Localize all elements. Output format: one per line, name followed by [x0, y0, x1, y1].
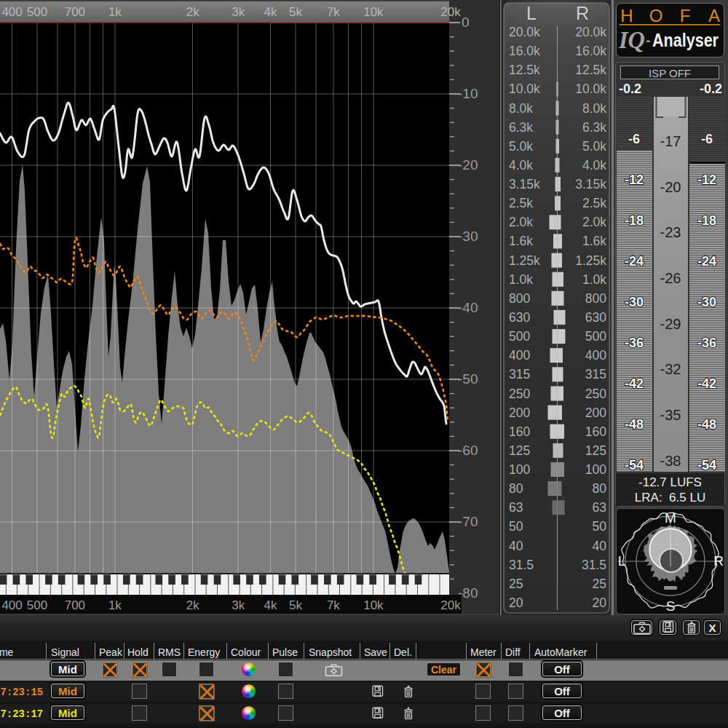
- svg-text:500: 500: [27, 5, 47, 19]
- svg-text:-50: -50: [458, 371, 478, 387]
- svg-text:-60: -60: [458, 443, 478, 458]
- svg-text:5.0k: 5.0k: [509, 139, 533, 154]
- svg-text:5.0k: 5.0k: [582, 139, 606, 154]
- svg-text:1.6k: 1.6k: [582, 234, 606, 248]
- svg-text:630: 630: [509, 310, 530, 325]
- svg-text:200: 200: [585, 405, 606, 420]
- svg-text:L: L: [526, 3, 537, 23]
- svg-text:0: 0: [462, 15, 470, 30]
- svg-text:-70: -70: [458, 514, 478, 529]
- svg-text:250: 250: [585, 387, 606, 401]
- svg-text:125: 125: [509, 443, 530, 458]
- svg-text:3k: 3k: [232, 598, 245, 612]
- svg-text:R: R: [713, 553, 724, 569]
- svg-text:20: 20: [509, 596, 523, 610]
- svg-text:-80: -80: [458, 585, 478, 601]
- svg-text:5k: 5k: [289, 598, 302, 612]
- svg-text:80: 80: [509, 481, 523, 496]
- svg-text:630: 630: [585, 310, 606, 325]
- svg-text:2.0k: 2.0k: [509, 215, 533, 229]
- svg-text:4k: 4k: [264, 598, 277, 612]
- svg-text:400: 400: [585, 348, 606, 363]
- svg-text:40: 40: [593, 539, 607, 553]
- svg-text:400: 400: [509, 348, 530, 363]
- svg-text:6.3k: 6.3k: [582, 120, 606, 135]
- svg-text:4k: 4k: [264, 5, 277, 19]
- svg-text:10.0k: 10.0k: [509, 82, 540, 96]
- svg-text:1.0k: 1.0k: [509, 272, 533, 287]
- svg-text:700: 700: [65, 5, 85, 19]
- svg-text:3.15k: 3.15k: [509, 177, 540, 191]
- svg-text:5k: 5k: [289, 5, 302, 19]
- svg-text:100: 100: [585, 462, 606, 477]
- svg-text:2.5k: 2.5k: [509, 196, 533, 210]
- svg-text:12.5k: 12.5k: [509, 63, 540, 77]
- svg-text:7k: 7k: [327, 598, 340, 612]
- svg-text:63: 63: [509, 500, 523, 515]
- svg-text:M: M: [665, 510, 676, 526]
- svg-text:-10: -10: [458, 86, 478, 101]
- svg-text:12.5k: 12.5k: [575, 63, 606, 77]
- svg-text:-40: -40: [458, 300, 478, 315]
- svg-text:40: 40: [509, 539, 523, 553]
- svg-text:1.6k: 1.6k: [509, 234, 533, 248]
- svg-text:16.0k: 16.0k: [575, 44, 606, 58]
- svg-text:315: 315: [585, 367, 606, 381]
- svg-text:1k: 1k: [108, 598, 122, 612]
- svg-text:1.0k: 1.0k: [582, 272, 606, 287]
- svg-text:3k: 3k: [232, 5, 245, 19]
- svg-text:20.0k: 20.0k: [509, 25, 540, 39]
- svg-text:500: 500: [585, 329, 606, 344]
- svg-text:2k: 2k: [186, 5, 199, 19]
- svg-text:1.25k: 1.25k: [509, 253, 540, 268]
- svg-text:20.0k: 20.0k: [575, 25, 606, 39]
- svg-text:20: 20: [593, 596, 607, 610]
- svg-text:1.25k: 1.25k: [575, 253, 606, 268]
- svg-text:4.0k: 4.0k: [582, 158, 606, 173]
- svg-text:-30: -30: [458, 229, 478, 244]
- svg-text:2.5k: 2.5k: [582, 196, 606, 210]
- svg-text:-20: -20: [458, 157, 478, 173]
- svg-text:31.5: 31.5: [582, 558, 606, 572]
- svg-text:7k: 7k: [327, 5, 340, 19]
- svg-text:500: 500: [27, 598, 47, 612]
- svg-text:L: L: [618, 553, 626, 569]
- svg-text:20k: 20k: [440, 5, 461, 19]
- svg-text:8.0k: 8.0k: [582, 101, 606, 116]
- svg-text:R: R: [576, 3, 589, 23]
- svg-text:200: 200: [509, 405, 530, 420]
- svg-text:500: 500: [509, 329, 530, 344]
- svg-text:160: 160: [509, 424, 530, 439]
- svg-text:4.0k: 4.0k: [509, 158, 533, 173]
- svg-text:50: 50: [509, 519, 523, 534]
- svg-text:63: 63: [593, 500, 606, 515]
- svg-text:250: 250: [509, 387, 530, 401]
- svg-text:800: 800: [509, 291, 530, 306]
- svg-text:6.3k: 6.3k: [509, 120, 533, 135]
- svg-text:1k: 1k: [108, 5, 122, 19]
- svg-text:800: 800: [585, 291, 606, 306]
- svg-text:125: 125: [585, 443, 606, 458]
- svg-text:160: 160: [585, 424, 606, 439]
- svg-text:2.0k: 2.0k: [582, 215, 606, 229]
- svg-text:100: 100: [509, 462, 530, 477]
- svg-text:S: S: [666, 598, 676, 614]
- svg-text:10k: 10k: [363, 5, 384, 19]
- svg-text:25: 25: [593, 577, 606, 591]
- svg-text:10.0k: 10.0k: [575, 82, 606, 96]
- svg-text:10k: 10k: [363, 598, 384, 612]
- svg-text:400: 400: [1, 598, 22, 612]
- svg-text:2k: 2k: [186, 598, 199, 612]
- svg-text:700: 700: [65, 598, 85, 612]
- svg-text:31.5: 31.5: [509, 558, 534, 572]
- svg-text:16.0k: 16.0k: [509, 44, 540, 58]
- svg-text:3.15k: 3.15k: [575, 177, 606, 191]
- svg-text:25: 25: [509, 577, 523, 591]
- svg-text:315: 315: [509, 367, 530, 381]
- svg-text:80: 80: [593, 481, 607, 496]
- svg-text:50: 50: [593, 519, 607, 534]
- svg-text:400: 400: [1, 5, 22, 19]
- svg-text:8.0k: 8.0k: [509, 101, 533, 116]
